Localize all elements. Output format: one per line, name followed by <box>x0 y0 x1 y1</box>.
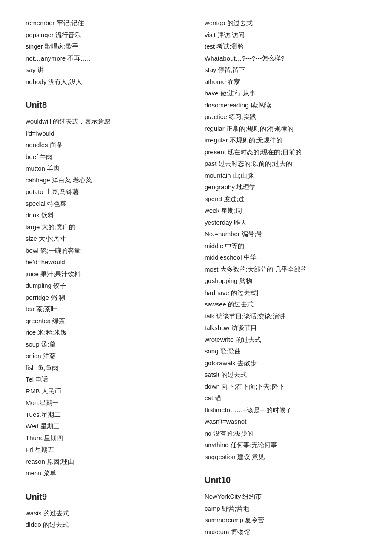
list-item: wouldwill 的过去式，表示意愿 <box>26 116 187 127</box>
list-item: popsinger 流行音乐 <box>26 29 187 41</box>
list-item: cat 猫 <box>205 392 366 404</box>
unit-heading: Unit8 <box>26 98 187 112</box>
list-item: Mon.星期一 <box>26 397 187 409</box>
list-item: sawsee 的过去式 <box>205 298 366 310</box>
list-item: museum 博物馆 <box>205 526 366 538</box>
list-item: NewYorkCity 纽约市 <box>205 491 366 503</box>
list-item: summercamp 夏令营 <box>205 514 366 526</box>
list-item: satsit 的过去式 <box>205 369 366 381</box>
unit-heading: Unit9 <box>26 489 187 504</box>
list-item: fish 鱼;鱼肉 <box>26 362 187 374</box>
list-item: Itistimeto……--该是---的时候了 <box>205 404 366 416</box>
list-item: soup 汤;羹 <box>26 338 187 350</box>
list-item: goshopping 购物 <box>205 275 366 287</box>
list-item: past 过去时态的;以前的;过去的 <box>205 158 366 170</box>
list-item: Tues.星期二 <box>26 409 187 421</box>
list-item: noodles 面条 <box>26 139 187 151</box>
list-item: large 大的;宽广的 <box>26 221 187 233</box>
list-item: camp 野营;营地 <box>205 503 366 515</box>
list-item: wasn't=wasnot <box>205 416 366 428</box>
list-item: drink 饮料 <box>26 209 187 221</box>
list-item: cabbage 洋白菜;卷心菜 <box>26 174 187 186</box>
list-item: rice 米;稻;米饭 <box>26 327 187 338</box>
list-item: greentea 绿茶 <box>26 315 187 327</box>
list-item: visit 拜访;访问 <box>205 29 366 41</box>
list-item: week 星期;周 <box>205 205 366 217</box>
list-item: size 大小;尺寸 <box>26 233 187 245</box>
list-item: nobody 没有人;没人 <box>26 76 187 88</box>
list-item: Fri 星期五 <box>26 444 187 456</box>
list-item: stay 停留;留下 <box>205 64 366 76</box>
list-item: song 歌;歌曲 <box>205 345 366 357</box>
right-column: wentgo 的过去式visit 拜访;访问test 考试;测验Whatabou… <box>205 17 366 538</box>
list-item: wasis 的过去式 <box>26 507 187 519</box>
list-item: menu 菜单 <box>26 467 187 479</box>
list-item: Wed.星期三 <box>26 420 187 432</box>
list-item: talkshow 访谈节目 <box>205 322 366 334</box>
list-item: mountain 山;山脉 <box>205 170 366 182</box>
list-item: middleschool 中学 <box>205 251 366 263</box>
list-item: most 大多数的;大部分的;几乎全部的 <box>205 263 366 275</box>
list-item: porridge 粥;糊 <box>26 292 187 304</box>
unit-heading: Unit10 <box>205 473 366 487</box>
list-item: hadhave 的过去式] <box>205 287 366 299</box>
list-item: middle 中等的 <box>205 240 366 252</box>
list-item: reason 原因;理由 <box>26 456 187 468</box>
list-item: wrotewrite 的过去式 <box>205 334 366 346</box>
list-item: diddo 的过去式 <box>26 519 187 531</box>
unit-vocab-list: wouldwill 的过去式，表示意愿I'd=Iwouldnoodles 面条b… <box>26 116 187 479</box>
list-item: yesterday 昨天 <box>205 217 366 228</box>
list-item: goforawalk 去散步 <box>205 357 366 369</box>
list-item: singer 歌唱家;歌手 <box>26 40 187 52</box>
list-item: not…anymore 不再…… <box>26 52 187 64</box>
initial-left-list: remember 牢记;记住popsinger 流行音乐singer 歌唱家;歌… <box>26 17 187 87</box>
list-item: potato 土豆;马铃薯 <box>26 186 187 198</box>
list-item: special 特色菜 <box>26 198 187 210</box>
list-item: Thurs.星期四 <box>26 432 187 444</box>
list-item: spend 度过;过 <box>205 193 366 205</box>
list-item: say 讲 <box>26 64 187 76</box>
list-item: geography 地理学 <box>205 181 366 193</box>
list-item: he'd=hewould <box>26 256 187 268</box>
list-item: I'd=Iwould <box>26 127 187 139</box>
list-item: talk 访谈节目;谈话;交谈;演讲 <box>205 310 366 322</box>
list-item: tea 茶;茶叶 <box>26 303 187 315</box>
list-item: down 向下;在下面;下去;降下 <box>205 381 366 393</box>
list-item: irregular 不规则的;无规律的 <box>205 134 366 146</box>
initial-right-list: wentgo 的过去式visit 拜访;访问test 考试;测验Whatabou… <box>205 17 366 462</box>
list-item: dumpling 饺子 <box>26 280 187 292</box>
list-item: dosomereading 读;阅读 <box>205 99 366 111</box>
unit-vocab-list: wasis 的过去式diddo 的过去式 <box>26 507 187 531</box>
list-item: remember 牢记;记住 <box>26 17 187 29</box>
list-item: practice 练习;实践 <box>205 111 366 123</box>
list-item: anything 任何事;无论何事 <box>205 439 366 451</box>
list-item: onion 洋葱 <box>26 350 187 362</box>
list-item: beef 牛肉 <box>26 151 187 163</box>
list-item: test 考试;测验 <box>205 40 366 52</box>
list-item: bowl 碗;一碗的容量 <box>26 245 187 257</box>
list-item: have 做;进行;从事 <box>205 87 366 99</box>
list-item: juice 果汁;果汁饮料 <box>26 268 187 280</box>
list-item: suggestion 建议;意见 <box>205 451 366 463</box>
list-item: RMB 人民币 <box>26 385 187 397</box>
list-item: athome 在家 <box>205 76 366 88</box>
left-column: remember 牢记;记住popsinger 流行音乐singer 歌唱家;歌… <box>26 17 187 538</box>
list-item: present 现在时态的;现在的;目前的 <box>205 146 366 158</box>
unit-vocab-list: NewYorkCity 纽约市camp 野营;营地summercamp 夏令营m… <box>205 491 366 538</box>
list-item: Whatabout…?---?---怎么样? <box>205 52 366 64</box>
list-item: Tel 电话 <box>26 373 187 385</box>
list-item: wentgo 的过去式 <box>205 17 366 29</box>
list-item: mutton 羊肉 <box>26 162 187 174</box>
list-item: No.=number 编号;号 <box>205 228 366 240</box>
list-item: no 没有的;极少的 <box>205 428 366 439</box>
list-item: regular 正常的;规则的;有规律的 <box>205 123 366 135</box>
